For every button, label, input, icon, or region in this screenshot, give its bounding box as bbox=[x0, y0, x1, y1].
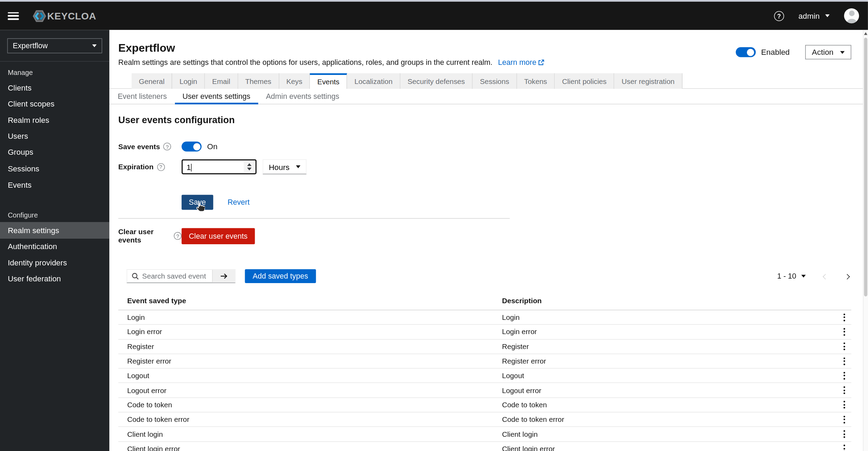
kebab-menu-button[interactable] bbox=[837, 383, 851, 397]
tab[interactable]: Security defenses bbox=[400, 73, 473, 89]
user-events-configuration: User events configuration Save events ? … bbox=[109, 115, 863, 244]
tab[interactable]: Tokens bbox=[517, 73, 555, 89]
pagination: 1 - 10 bbox=[777, 270, 851, 283]
kebab-menu-button[interactable] bbox=[837, 325, 851, 339]
tab[interactable]: Themes bbox=[238, 73, 279, 89]
vertical-scrollbar[interactable] bbox=[863, 30, 868, 451]
subtab[interactable]: Admin events settings bbox=[258, 89, 347, 104]
kebab-menu-button[interactable] bbox=[837, 412, 851, 426]
kebab-menu-button[interactable] bbox=[837, 398, 851, 412]
tab-label: Localization bbox=[354, 77, 393, 85]
save-events-label: Save events ? bbox=[118, 142, 182, 151]
subtab-label: Event listeners bbox=[118, 92, 167, 101]
chevron-down-icon bbox=[825, 15, 830, 17]
table-row: Client login Client login bbox=[118, 427, 851, 442]
avatar[interactable] bbox=[844, 8, 859, 23]
tab[interactable]: Email bbox=[205, 73, 238, 89]
sidebar-item[interactable]: Realm roles bbox=[0, 112, 109, 128]
tab[interactable]: General bbox=[132, 73, 172, 89]
help-icon[interactable]: ? bbox=[157, 163, 165, 171]
tab[interactable]: User registration bbox=[614, 73, 682, 89]
clear-user-events-label: Clear user events ? bbox=[118, 228, 182, 244]
subtab-label: User events settings bbox=[183, 92, 251, 101]
form-divider bbox=[118, 218, 510, 219]
pagination-range-dropdown[interactable]: 1 - 10 bbox=[777, 272, 806, 280]
caret-down-icon bbox=[92, 44, 97, 47]
event-description-cell: Code to token bbox=[502, 401, 837, 409]
kebab-menu-button[interactable] bbox=[837, 354, 851, 368]
number-spinner[interactable] bbox=[244, 162, 254, 172]
event-type-cell: Code to token error bbox=[118, 415, 502, 424]
kebab-menu-button[interactable] bbox=[837, 427, 851, 441]
kebab-menu-button[interactable] bbox=[837, 340, 851, 354]
tab-label: Themes bbox=[245, 77, 271, 85]
keycloak-logo-icon: KEYCLOAK bbox=[29, 8, 96, 24]
column-header-description: Description bbox=[502, 296, 837, 305]
sidebar-item[interactable]: Events bbox=[0, 177, 109, 193]
expiration-unit-select[interactable]: Hours bbox=[263, 159, 307, 174]
event-type-cell: Logout error bbox=[118, 386, 502, 394]
revert-link[interactable]: Revert bbox=[228, 198, 250, 206]
sidebar-item[interactable]: Groups bbox=[0, 144, 109, 161]
help-icon[interactable]: ? bbox=[774, 11, 784, 21]
action-dropdown[interactable]: Action bbox=[805, 45, 851, 60]
event-description-cell: Client login error bbox=[502, 444, 837, 451]
sidebar-item[interactable]: Authentication bbox=[0, 238, 109, 255]
sidebar-item-label: Clients bbox=[8, 83, 31, 92]
event-description-cell: Register error bbox=[502, 357, 837, 365]
sidebar-item[interactable]: User federation bbox=[0, 271, 109, 287]
caret-down-icon bbox=[801, 275, 806, 278]
tab[interactable]: Client policies bbox=[555, 73, 615, 89]
search-input[interactable] bbox=[142, 272, 208, 280]
sidebar-item[interactable]: Realm settings bbox=[0, 222, 109, 239]
table-header-row: Event saved type Description bbox=[118, 293, 851, 310]
add-saved-types-button[interactable]: Add saved types bbox=[245, 269, 316, 283]
realm-enabled-toggle[interactable] bbox=[736, 47, 756, 57]
tab[interactable]: Events bbox=[310, 73, 347, 89]
expiration-input-wrapper bbox=[182, 159, 256, 174]
search-icon bbox=[132, 273, 139, 280]
search-input-group bbox=[127, 269, 236, 283]
user-menu-dropdown[interactable]: admin bbox=[799, 11, 830, 20]
sidebar-item[interactable]: Users bbox=[0, 128, 109, 144]
clear-user-events-button[interactable]: Clear user events bbox=[182, 228, 255, 244]
save-events-toggle[interactable] bbox=[182, 142, 202, 152]
help-icon[interactable]: ? bbox=[163, 143, 171, 150]
pagination-prev-button[interactable] bbox=[821, 270, 829, 283]
event-type-cell: Register bbox=[118, 342, 502, 351]
pagination-next-button[interactable] bbox=[843, 270, 851, 283]
tab[interactable]: Keys bbox=[279, 73, 310, 89]
tab[interactable]: Sessions bbox=[473, 73, 517, 89]
search-submit-button[interactable] bbox=[212, 270, 235, 283]
subtab[interactable]: User events settings bbox=[175, 89, 258, 104]
scrollbar-thumb[interactable] bbox=[864, 38, 868, 297]
help-icon[interactable]: ? bbox=[174, 232, 182, 240]
spinner-up-icon[interactable] bbox=[247, 163, 251, 166]
tab-label: General bbox=[139, 77, 165, 85]
kebab-menu-button[interactable] bbox=[837, 310, 851, 324]
sidebar-item[interactable]: Clients bbox=[0, 79, 109, 96]
tab-label: Client policies bbox=[562, 77, 606, 85]
tab[interactable]: Login bbox=[172, 73, 205, 89]
tab[interactable]: Localization bbox=[347, 73, 400, 89]
realm-selector[interactable]: Expertflow bbox=[7, 38, 102, 53]
scrollbar-up-arrow-icon[interactable] bbox=[864, 32, 868, 35]
tab-label: Login bbox=[179, 77, 197, 85]
manage-nav-list: Clients Client scopes Realm roles Users bbox=[0, 79, 109, 193]
subtab[interactable]: Event listeners bbox=[110, 89, 175, 104]
learn-more-link[interactable]: Learn more bbox=[498, 58, 544, 67]
chevron-left-icon bbox=[823, 274, 828, 280]
tab-label: Sessions bbox=[480, 77, 509, 85]
sidebar-item[interactable]: Client scopes bbox=[0, 96, 109, 112]
event-type-cell: Code to token bbox=[118, 401, 502, 409]
nav-toggle-hamburger-icon[interactable] bbox=[8, 12, 19, 19]
sidebar-item[interactable]: Identity providers bbox=[0, 255, 109, 271]
event-description-cell: Register bbox=[502, 342, 837, 351]
kebab-menu-button[interactable] bbox=[837, 442, 851, 451]
sidebar-item[interactable]: Sessions bbox=[0, 160, 109, 177]
masthead: KEYCLOAK ? admin bbox=[0, 2, 868, 30]
sidebar-item-label: Client scopes bbox=[8, 99, 54, 108]
kebab-menu-button[interactable] bbox=[837, 369, 851, 383]
table-row: Login Login bbox=[118, 310, 851, 325]
spinner-down-icon[interactable] bbox=[247, 168, 251, 170]
